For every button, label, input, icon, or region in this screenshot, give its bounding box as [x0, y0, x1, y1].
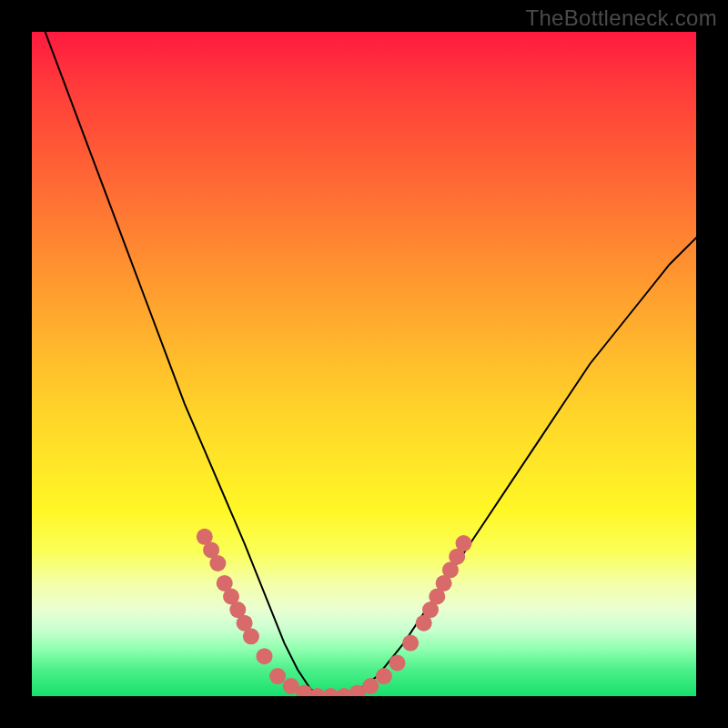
highlight-dots — [197, 529, 472, 696]
marker-dot — [257, 648, 273, 664]
marker-dot — [362, 678, 379, 694]
marker-dot — [209, 555, 226, 571]
marker-dot — [269, 668, 286, 684]
marker-dot — [243, 628, 259, 644]
bottleneck-curve — [46, 32, 696, 696]
marker-dot — [456, 535, 472, 551]
marker-dot — [389, 655, 406, 672]
marker-dot — [376, 668, 392, 684]
curve-svg — [32, 32, 696, 696]
watermark-text: TheBottleneck.com — [525, 5, 717, 31]
marker-dot — [402, 635, 419, 652]
plot-area — [32, 32, 696, 696]
chart-frame: TheBottleneck.com — [0, 0, 728, 728]
